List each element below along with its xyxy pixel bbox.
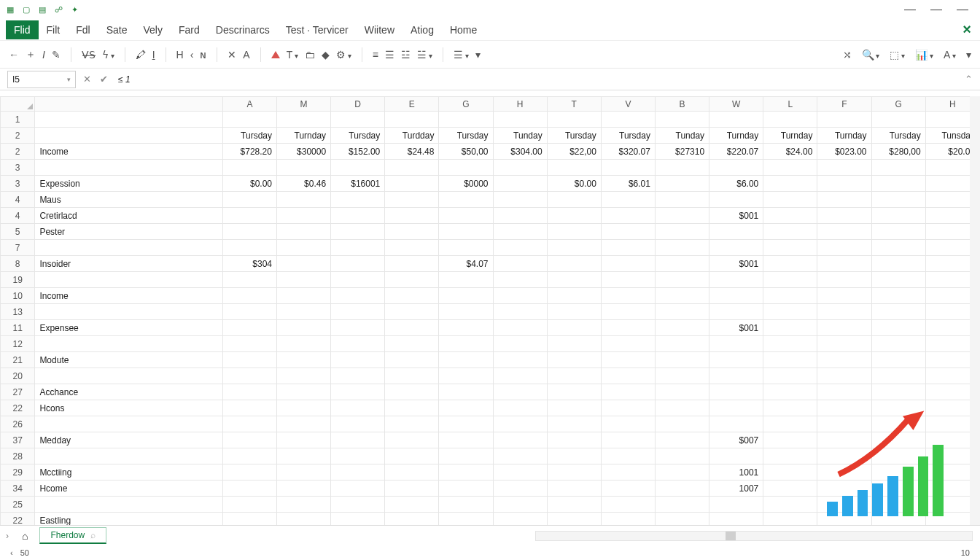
row-label-cell[interactable]: Medday (35, 432, 222, 448)
cell[interactable] (709, 304, 763, 320)
col-header[interactable]: G (871, 97, 925, 112)
cell[interactable] (655, 513, 709, 526)
row-label-cell[interactable]: Cretirlacd (35, 208, 222, 224)
row-label-cell[interactable]: Income (35, 288, 222, 304)
cell[interactable] (871, 320, 925, 336)
cell[interactable] (385, 240, 439, 256)
cell[interactable] (655, 497, 709, 513)
cell[interactable] (547, 464, 601, 481)
cell[interactable] (439, 112, 493, 128)
cell[interactable] (763, 176, 817, 192)
cell[interactable] (709, 513, 763, 526)
cell[interactable] (493, 464, 547, 481)
cell[interactable] (817, 176, 871, 192)
row-label-cell[interactable] (35, 304, 222, 320)
warning-icon[interactable] (271, 51, 280, 58)
cell[interactable] (655, 272, 709, 288)
cell[interactable] (871, 304, 925, 320)
cell[interactable] (601, 432, 655, 448)
cell[interactable] (601, 497, 655, 513)
col-header[interactable]: T (547, 97, 601, 112)
row-header[interactable]: 29 (1, 464, 35, 481)
cell[interactable] (331, 513, 385, 526)
tab-nav-prev[interactable]: › (0, 531, 15, 541)
cell[interactable] (276, 272, 330, 288)
cell[interactable] (493, 224, 547, 240)
letter-n-icon[interactable]: ɴ (200, 49, 206, 61)
cell[interactable] (276, 336, 330, 352)
cell[interactable] (493, 304, 547, 320)
cell[interactable] (222, 304, 276, 320)
row-header[interactable]: 12 (1, 336, 35, 352)
paste-icon[interactable]: 🗀 (305, 49, 315, 61)
cell[interactable] (493, 481, 547, 497)
cell[interactable] (331, 240, 385, 256)
formula-input[interactable]: ≤ 1 (112, 74, 957, 85)
cell[interactable] (709, 497, 763, 513)
cell[interactable] (547, 352, 601, 368)
col-header[interactable]: B (655, 97, 709, 112)
add-icon[interactable]: ＋ (26, 48, 36, 61)
cell[interactable] (871, 352, 925, 368)
cell[interactable] (763, 368, 817, 384)
row-header[interactable]: 27 (1, 384, 35, 400)
cell[interactable] (709, 384, 763, 400)
col-header[interactable]: M (276, 97, 330, 112)
shuffle-icon[interactable]: ⤭ (843, 49, 852, 61)
cell[interactable] (763, 352, 817, 368)
row-label-cell[interactable]: Income (35, 144, 222, 160)
cell[interactable] (439, 208, 493, 224)
row-label-cell[interactable] (35, 272, 222, 288)
menu-tab[interactable]: Atiog (402, 20, 442, 39)
row-label-cell[interactable]: Maus (35, 192, 222, 208)
cell[interactable] (763, 400, 817, 416)
cell[interactable] (493, 320, 547, 336)
cell[interactable] (871, 176, 925, 192)
export-dropdown[interactable]: ⬚ (890, 49, 905, 61)
cell[interactable] (276, 464, 330, 481)
cell[interactable] (655, 288, 709, 304)
menu-tab[interactable]: Wiitew (357, 20, 402, 39)
cell[interactable] (871, 368, 925, 384)
cell[interactable] (276, 112, 330, 128)
cell[interactable]: Turnday (276, 128, 330, 144)
cell[interactable]: $6.00 (709, 176, 763, 192)
cell[interactable] (385, 192, 439, 208)
cell[interactable] (385, 352, 439, 368)
cell[interactable] (276, 400, 330, 416)
cell[interactable] (601, 272, 655, 288)
cell[interactable] (763, 208, 817, 224)
cell[interactable] (547, 497, 601, 513)
menu-tab[interactable]: Sate (98, 20, 136, 39)
close-window-button[interactable]: — (949, 3, 976, 16)
menu-tab[interactable]: Descrinarcs (208, 20, 278, 39)
cell[interactable] (547, 416, 601, 432)
row-label-cell[interactable]: Expession (35, 176, 222, 192)
cell[interactable]: $22,00 (547, 144, 601, 160)
cell[interactable]: $001 (709, 320, 763, 336)
cell[interactable] (601, 240, 655, 256)
horizontal-scrollbar[interactable] (535, 531, 973, 541)
cell[interactable] (655, 304, 709, 320)
chart-dropdown[interactable]: 📊 (915, 49, 933, 61)
cell[interactable]: $320.07 (601, 144, 655, 160)
expand-formula-icon[interactable]: ⌃ (957, 74, 980, 85)
cell[interactable] (331, 481, 385, 497)
cell[interactable]: 1001 (709, 464, 763, 481)
row-label-cell[interactable]: Hcome (35, 481, 222, 497)
cell[interactable] (871, 224, 925, 240)
menu-tab[interactable]: Filt (39, 20, 69, 39)
cell[interactable] (709, 336, 763, 352)
cell[interactable]: $24.00 (763, 144, 817, 160)
cell[interactable] (493, 513, 547, 526)
cell[interactable] (547, 288, 601, 304)
cell[interactable] (655, 448, 709, 464)
cell[interactable] (385, 112, 439, 128)
cell[interactable] (709, 224, 763, 240)
cell[interactable] (601, 481, 655, 497)
cell[interactable] (763, 432, 817, 448)
cell[interactable] (601, 304, 655, 320)
cell[interactable] (817, 224, 871, 240)
cell[interactable] (222, 448, 276, 464)
cell[interactable] (655, 256, 709, 272)
